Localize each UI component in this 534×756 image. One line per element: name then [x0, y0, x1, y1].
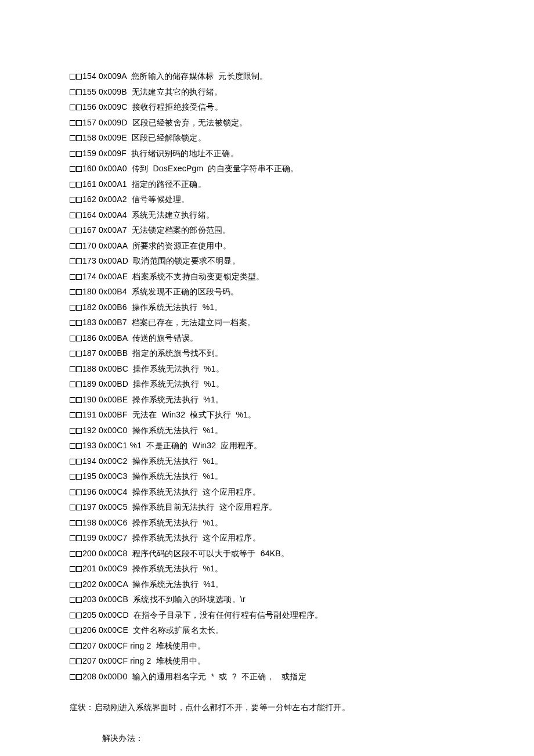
error-code-text: 157 0x009D 区段已经被舍弃，无法被锁定。 — [82, 118, 247, 127]
error-code-text: 170 0x00AA 所要求的资源正在使用中。 — [82, 241, 231, 250]
placeholder-box-icon — [70, 381, 75, 387]
error-code-text: 161 0x00A1 指定的路径不正确。 — [82, 179, 206, 189]
error-code-line: 203 0x00CB 系统找不到输入的环境选项。\r — [70, 592, 464, 607]
error-code-text: 159 0x009F 执行绪识别码的地址不正确。 — [82, 149, 239, 158]
error-code-line: 183 0x00B7 档案已存在，无法建立同一档案。 — [70, 315, 464, 330]
placeholder-box-icon — [76, 182, 82, 188]
placeholder-box-icon — [70, 243, 75, 249]
placeholder-box-icon — [76, 628, 82, 633]
error-code-text: 160 0x00A0 传到 DosExecPgm 的自变量字符串不正确。 — [82, 164, 299, 173]
error-code-text: 154 0x009A 您所输入的储存媒体标 元长度限制。 — [82, 71, 268, 81]
placeholder-box-icon — [76, 120, 82, 126]
placeholder-box-icon — [70, 628, 75, 633]
placeholder-box-icon — [70, 213, 75, 218]
error-code-text: 173 0x00AD 取消范围的锁定要求不明显。 — [82, 256, 240, 265]
error-code-text: 201 0x00C9 操作系统无法执行 %1。 — [82, 564, 223, 573]
placeholder-box-icon — [70, 597, 75, 603]
placeholder-box-icon — [76, 289, 82, 295]
placeholder-box-icon — [70, 105, 75, 110]
error-code-line: 182 0x00B6 操作系统无法执行 %1。 — [70, 300, 464, 315]
placeholder-box-icon — [76, 582, 82, 588]
error-code-text: 164 0x00A4 系统无法建立执行绪。 — [82, 210, 214, 219]
error-code-line: 155 0x009B 无法建立其它的执行绪。 — [70, 84, 464, 100]
error-code-text: 155 0x009B 无法建立其它的执行绪。 — [82, 87, 222, 96]
placeholder-box-icon — [70, 643, 75, 649]
error-code-text: 207 0x00CF ring 2 堆栈使用中。 — [82, 641, 205, 650]
error-code-line: 187 0x00BB 指定的系统旗号找不到。 — [70, 345, 464, 361]
placeholder-box-icon — [70, 474, 75, 480]
placeholder-box-icon — [76, 366, 82, 372]
placeholder-box-icon — [76, 412, 82, 418]
error-code-line: 199 0x00C7 操作系统无法执行 这个应用程序。 — [70, 530, 464, 546]
placeholder-box-icon — [76, 658, 82, 664]
error-code-text: 203 0x00CB 系统找不到输入的环境选项。\r — [82, 595, 246, 604]
symptom-text: 症状：启动刚进入系统界面时，点什么都打不开，要等一分钟左右才能打开。 — [70, 700, 464, 715]
placeholder-box-icon — [70, 489, 75, 495]
error-code-line: 207 0x00CF ring 2 堆栈使用中。 — [70, 638, 464, 654]
error-code-line: 161 0x00A1 指定的路径不正确。 — [70, 177, 464, 192]
error-code-text: 158 0x009E 区段已经解除锁定。 — [82, 133, 206, 142]
placeholder-box-icon — [70, 258, 75, 264]
placeholder-box-icon — [70, 397, 75, 403]
error-code-line: 180 0x00B4 系统发现不正确的区段号码。 — [70, 284, 464, 300]
placeholder-box-icon — [76, 397, 82, 403]
error-code-line: 194 0x00C2 操作系统无法执行 %1。 — [70, 453, 464, 469]
placeholder-box-icon — [70, 366, 75, 372]
placeholder-box-icon — [76, 213, 82, 218]
error-code-text: 167 0x00A7 无法锁定档案的部份范围。 — [82, 225, 230, 235]
placeholder-box-icon — [76, 535, 82, 541]
placeholder-box-icon — [76, 443, 82, 449]
placeholder-box-icon — [70, 520, 75, 526]
error-code-text: 206 0x00CE 文件名称或扩展名太长。 — [82, 625, 223, 635]
placeholder-box-icon — [76, 597, 82, 603]
error-code-line: 173 0x00AD 取消范围的锁定要求不明显。 — [70, 253, 464, 269]
placeholder-box-icon — [76, 551, 82, 557]
error-code-text: 207 0x00CF ring 2 堆栈使用中。 — [82, 656, 205, 665]
placeholder-box-icon — [76, 674, 82, 680]
placeholder-box-icon — [70, 535, 75, 541]
placeholder-box-icon — [76, 74, 82, 80]
error-code-text: 190 0x00BE 操作系统无法执行 %1。 — [82, 395, 223, 404]
placeholder-box-icon — [70, 443, 75, 449]
placeholder-box-icon — [70, 674, 75, 680]
error-code-text: 162 0x00A2 信号等候处理。 — [82, 195, 189, 204]
placeholder-box-icon — [76, 243, 82, 249]
placeholder-box-icon — [70, 428, 75, 434]
placeholder-box-icon — [76, 643, 82, 649]
error-code-text: 199 0x00C7 操作系统无法执行 这个应用程序。 — [82, 533, 261, 542]
placeholder-box-icon — [76, 166, 82, 172]
error-code-line: 186 0x00BA 传送的旗号错误。 — [70, 330, 464, 346]
error-code-text: 196 0x00C4 操作系统无法执行 这个应用程序。 — [82, 487, 261, 496]
error-code-line: 196 0x00C4 操作系统无法执行 这个应用程序。 — [70, 484, 464, 500]
placeholder-box-icon — [70, 289, 75, 295]
error-code-line: 205 0x00CD 在指令子目录下，没有任何行程有信号副处理程序。 — [70, 607, 464, 623]
placeholder-box-icon — [70, 582, 75, 588]
error-code-text: 188 0x00BC 操作系统无法执行 %1。 — [82, 364, 224, 373]
error-code-line: 207 0x00CF ring 2 堆栈使用中。 — [70, 653, 464, 669]
placeholder-box-icon — [76, 274, 82, 280]
error-code-text: 182 0x00B6 操作系统无法执行 %1。 — [82, 303, 223, 312]
placeholder-box-icon — [70, 135, 75, 141]
placeholder-box-icon — [70, 182, 75, 188]
error-code-line: 162 0x00A2 信号等候处理。 — [70, 192, 464, 207]
error-code-line: 197 0x00C5 操作系统目前无法执行 这个应用程序。 — [70, 499, 464, 515]
error-code-text: 202 0x00CA 操作系统无法执行 %1。 — [82, 579, 223, 589]
placeholder-box-icon — [76, 320, 82, 326]
placeholder-box-icon — [76, 105, 82, 110]
placeholder-box-icon — [70, 566, 75, 572]
error-code-line: 190 0x00BE 操作系统无法执行 %1。 — [70, 392, 464, 408]
error-code-text: 189 0x00BD 操作系统无法执行 %1。 — [82, 379, 224, 388]
error-code-text: 191 0x00BF 无法在 Win32 模式下执行 %1。 — [82, 410, 256, 419]
solution-label: 解决办法： — [70, 730, 464, 746]
placeholder-box-icon — [76, 151, 82, 157]
placeholder-box-icon — [70, 336, 75, 341]
placeholder-box-icon — [76, 428, 82, 434]
document-page: 154 0x009A 您所输入的储存媒体标 元长度限制。155 0x009B 无… — [0, 0, 534, 756]
placeholder-box-icon — [70, 151, 75, 157]
placeholder-box-icon — [70, 351, 75, 357]
placeholder-box-icon — [76, 613, 82, 618]
placeholder-box-icon — [76, 566, 82, 572]
placeholder-box-icon — [70, 197, 75, 203]
error-code-text: 198 0x00C6 操作系统无法执行 %1。 — [82, 518, 223, 527]
error-code-text: 200 0x00C8 程序代码的区段不可以大于或等于 64KB。 — [82, 549, 289, 558]
